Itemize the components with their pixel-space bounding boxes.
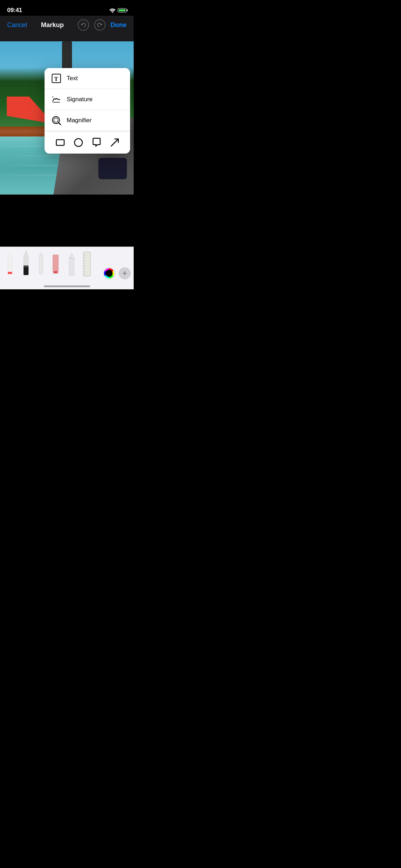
signature-icon: x — [51, 94, 62, 105]
rectangle-shape-button[interactable] — [53, 136, 67, 149]
svg-rect-9 — [56, 140, 64, 145]
svg-line-8 — [58, 123, 61, 125]
cancel-button[interactable]: Cancel — [7, 21, 27, 29]
arrow-shape-button[interactable] — [108, 136, 122, 149]
svg-marker-19 — [39, 250, 43, 255]
page-title: Markup — [41, 21, 64, 29]
top-spacer — [0, 34, 134, 41]
svg-rect-13 — [8, 256, 12, 274]
tool-ruler[interactable] — [82, 251, 92, 277]
svg-text:x: x — [52, 95, 53, 98]
nav-right-controls: Done — [78, 19, 127, 31]
status-time: 09:41 — [7, 7, 22, 14]
svg-rect-14 — [8, 272, 12, 274]
color-picker-button[interactable] — [103, 267, 115, 279]
rectangle-icon — [55, 138, 65, 148]
svg-point-7 — [54, 118, 58, 122]
undo-icon — [81, 22, 86, 27]
tool-pen-white[interactable] — [36, 249, 46, 277]
tool-pen-red[interactable] — [4, 248, 16, 277]
shapes-row — [45, 131, 130, 154]
svg-rect-17 — [24, 266, 29, 275]
text-icon: T — [51, 73, 62, 84]
svg-rect-27 — [83, 252, 91, 276]
redo-icon — [97, 22, 102, 27]
svg-rect-26 — [69, 258, 74, 275]
pool-bags — [98, 158, 127, 179]
svg-line-11 — [111, 139, 118, 146]
nav-bar: Cancel Markup Done — [0, 16, 134, 34]
undo-button[interactable] — [78, 19, 89, 31]
photo-area: T Text x Signature — [0, 41, 134, 195]
tool-eraser[interactable] — [50, 251, 61, 277]
svg-rect-21 — [53, 255, 58, 273]
svg-rect-20 — [39, 255, 43, 274]
menu-item-signature[interactable]: x Signature — [45, 89, 130, 110]
svg-marker-15 — [24, 249, 29, 255]
battery-fill — [119, 9, 125, 11]
svg-marker-25 — [69, 253, 74, 258]
menu-item-magnifier[interactable]: Magnifier — [45, 110, 130, 131]
speech-bubble-button[interactable] — [90, 136, 103, 149]
tool-opacity[interactable] — [66, 251, 78, 277]
popup-menu: T Text x Signature — [45, 68, 130, 154]
add-icon: + — [123, 269, 127, 278]
svg-text:T: T — [54, 76, 58, 82]
speech-bubble-icon — [92, 138, 102, 148]
circle-shape-button[interactable] — [72, 136, 85, 149]
magnifier-label: Magnifier — [67, 117, 92, 124]
circle-icon — [73, 138, 83, 148]
tool-marker-black[interactable] — [20, 248, 32, 277]
svg-marker-12 — [8, 250, 12, 256]
add-tool-button[interactable]: + — [119, 267, 131, 279]
status-icons — [109, 8, 127, 13]
battery-icon — [118, 8, 127, 12]
svg-point-10 — [74, 139, 82, 146]
menu-item-text[interactable]: T Text — [45, 68, 130, 89]
status-bar: 09:41 — [0, 0, 134, 16]
redo-button[interactable] — [94, 19, 106, 31]
bottom-toolbar: + — [0, 247, 134, 289]
wifi-icon — [109, 8, 115, 13]
right-tools: + — [103, 267, 131, 279]
text-label: Text — [67, 75, 78, 82]
svg-rect-16 — [24, 255, 29, 266]
magnifier-icon — [51, 115, 62, 126]
done-button[interactable]: Done — [110, 21, 127, 29]
signature-label: Signature — [67, 96, 93, 103]
svg-point-0 — [112, 12, 113, 13]
home-indicator — [44, 285, 90, 287]
arrow-icon — [110, 138, 120, 148]
svg-rect-18 — [24, 265, 29, 267]
